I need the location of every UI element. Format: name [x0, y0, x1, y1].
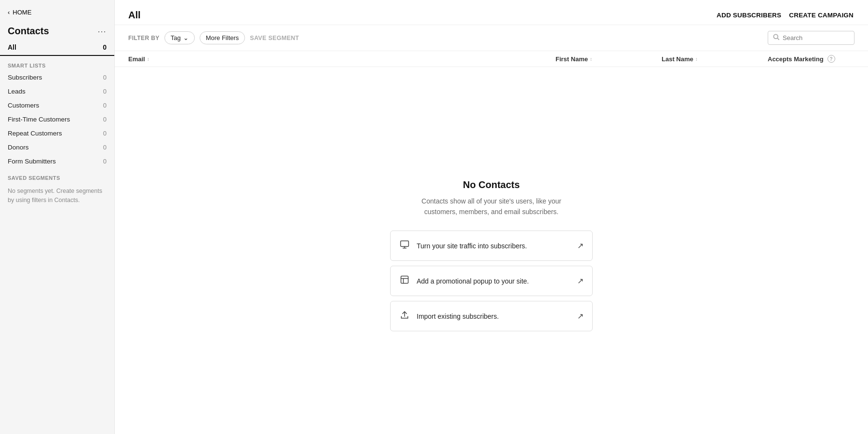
- all-count: 0: [103, 43, 107, 51]
- main-content: All ADD SUBSCRIBERS CREATE CAMPAIGN FILT…: [115, 0, 868, 434]
- more-filters-label: More Filters: [206, 34, 239, 41]
- tag-label: Tag: [171, 34, 181, 41]
- sidebar-item-count: 0: [103, 102, 107, 109]
- import-icon: [399, 310, 410, 322]
- action-card-arrow-0: ↗: [577, 241, 583, 250]
- page-title: All: [128, 10, 141, 21]
- contacts-title: Contacts: [8, 26, 49, 37]
- svg-point-0: [773, 34, 778, 39]
- svg-line-1: [777, 38, 779, 40]
- all-nav-item[interactable]: All 0: [0, 40, 114, 56]
- action-card-text-2: Import existing subscribers.: [417, 312, 499, 320]
- sidebar-item-leads[interactable]: Leads0: [0, 84, 114, 98]
- filter-by-label: FILTER BY: [128, 35, 160, 41]
- col-header-first-name: First Name ↕: [556, 55, 662, 63]
- table-header: Email ↕ First Name ↕ Last Name ↕ Accepts…: [115, 51, 868, 67]
- svg-rect-5: [401, 276, 408, 284]
- sidebar-item-count: 0: [103, 144, 107, 151]
- search-icon: [773, 34, 780, 42]
- sidebar-item-repeat-customers[interactable]: Repeat Customers0: [0, 126, 114, 140]
- contacts-header: Contacts ⋯: [0, 21, 114, 40]
- accepts-marketing-info-icon[interactable]: ?: [827, 55, 835, 63]
- tag-filter-button[interactable]: Tag ⌄: [164, 31, 195, 44]
- email-sort-icon[interactable]: ↕: [147, 56, 149, 62]
- action-card-left-1: Add a promotional popup to your site.: [399, 275, 529, 287]
- sidebar-item-label: Form Submitters: [8, 158, 56, 165]
- col-header-email: Email ↕: [128, 55, 556, 63]
- sidebar: ‹ HOME Contacts ⋯ All 0 SMART LISTS Subs…: [0, 0, 115, 434]
- smart-lists: Subscribers0Leads0Customers0First-Time C…: [0, 70, 114, 168]
- action-card-text-1: Add a promotional popup to your site.: [417, 277, 529, 285]
- sidebar-item-label: Subscribers: [8, 74, 42, 81]
- home-label: HOME: [13, 9, 31, 16]
- sidebar-item-label: First-Time Customers: [8, 116, 70, 123]
- sidebar-item-donors[interactable]: Donors0: [0, 140, 114, 154]
- header-actions: ADD SUBSCRIBERS CREATE CAMPAIGN: [716, 10, 854, 21]
- contacts-more-icon[interactable]: ⋯: [97, 26, 107, 37]
- sidebar-item-count: 0: [103, 116, 107, 123]
- sidebar-item-label: Customers: [8, 102, 39, 109]
- sidebar-item-form-submitters[interactable]: Form Submitters0: [0, 154, 114, 168]
- empty-state-description: Contacts show all of your site's users, …: [409, 196, 573, 217]
- action-card-left-0: Turn your site traffic into subscribers.: [399, 240, 527, 252]
- add-subscribers-button[interactable]: ADD SUBSCRIBERS: [716, 10, 782, 21]
- home-link[interactable]: ‹ HOME: [0, 0, 114, 21]
- action-card-arrow-1: ↗: [577, 276, 583, 285]
- saved-segments-text: No segments yet. Create segments by usin…: [0, 183, 114, 209]
- action-card-text-0: Turn your site traffic into subscribers.: [417, 242, 527, 250]
- tag-chevron-icon: ⌄: [183, 34, 189, 41]
- create-campaign-button[interactable]: CREATE CAMPAIGN: [788, 10, 854, 21]
- action-card-left-2: Import existing subscribers.: [399, 310, 499, 322]
- col-header-accepts-marketing: Accepts Marketing ?: [768, 55, 854, 63]
- sidebar-item-count: 0: [103, 88, 107, 95]
- sidebar-item-count: 0: [103, 158, 107, 165]
- saved-segments-label: SAVED SEGMENTS: [0, 168, 114, 183]
- svg-rect-2: [401, 241, 409, 247]
- main-header: All ADD SUBSCRIBERS CREATE CAMPAIGN: [115, 0, 868, 25]
- more-filters-button[interactable]: More Filters: [200, 31, 245, 44]
- sidebar-item-label: Donors: [8, 144, 29, 151]
- sidebar-item-label: Repeat Customers: [8, 130, 62, 137]
- empty-state-title: No Contacts: [463, 179, 520, 190]
- first-name-sort-icon[interactable]: ↕: [590, 56, 592, 62]
- smart-lists-label: SMART LISTS: [0, 56, 114, 70]
- monitor-icon: [399, 240, 410, 252]
- sidebar-item-count: 0: [103, 130, 107, 137]
- action-card-0[interactable]: Turn your site traffic into subscribers.…: [390, 231, 593, 261]
- all-label: All: [8, 43, 16, 51]
- action-card-2[interactable]: Import existing subscribers. ↗: [390, 301, 593, 331]
- empty-state: No Contacts Contacts show all of your si…: [115, 67, 868, 434]
- save-segment-button[interactable]: SAVE SEGMENT: [250, 35, 299, 41]
- action-card-arrow-2: ↗: [577, 312, 583, 321]
- filter-bar: FILTER BY Tag ⌄ More Filters SAVE SEGMEN…: [115, 25, 868, 51]
- sidebar-item-first-time-customers[interactable]: First-Time Customers0: [0, 112, 114, 126]
- sidebar-item-customers[interactable]: Customers0: [0, 98, 114, 112]
- back-arrow-icon: ‹: [8, 9, 10, 16]
- sidebar-item-count: 0: [103, 74, 107, 81]
- sidebar-item-label: Leads: [8, 88, 26, 95]
- action-card-1[interactable]: Add a promotional popup to your site. ↗: [390, 266, 593, 296]
- col-header-last-name: Last Name ↕: [662, 55, 768, 63]
- last-name-sort-icon[interactable]: ↕: [695, 56, 698, 62]
- popup-icon: [399, 275, 410, 287]
- action-cards: Turn your site traffic into subscribers.…: [390, 231, 593, 331]
- search-wrapper: [768, 31, 854, 45]
- search-input[interactable]: [783, 34, 845, 41]
- sidebar-item-subscribers[interactable]: Subscribers0: [0, 70, 114, 84]
